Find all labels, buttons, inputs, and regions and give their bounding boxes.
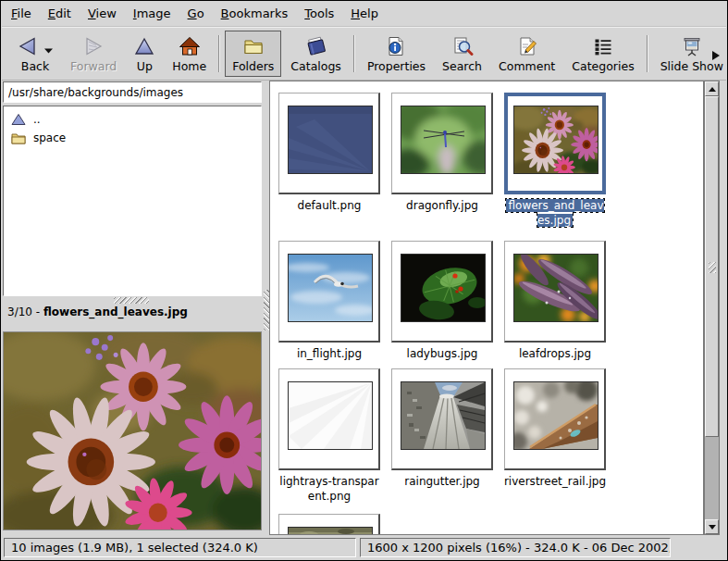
thumbnail-image[interactable] (288, 527, 373, 535)
thumbnail-label: lightrays-transparent.png (278, 474, 381, 504)
preview-counter: 3/10 - (7, 305, 40, 318)
up-label: Up (137, 59, 153, 73)
folder-item-parent[interactable]: .. (6, 110, 259, 129)
gthumb-window: { "colors": { "window_bg": "#d6d6d6", "s… (0, 0, 728, 561)
properties-button[interactable]: Properties (360, 31, 433, 77)
overflow-arrow-icon[interactable] (711, 50, 721, 61)
scroll-down-icon (709, 525, 716, 530)
toolbar-separator (353, 35, 355, 72)
folders-button[interactable]: Folders (225, 31, 281, 77)
back-button[interactable]: Back (9, 31, 61, 77)
scrollbar-thumb-grip (709, 262, 716, 273)
thumbnail-label: leafdrops.jpg (503, 346, 607, 361)
catalogs-label: Catalogs (290, 59, 341, 73)
statusbar: 10 images (1.9 MB), 1 selected (324.0 K)… (2, 536, 726, 561)
forward-button: Forward (63, 31, 124, 77)
preview-status: 3/10 - flowers_and_leaves.jpg (7, 305, 257, 322)
thumbnail-label: dragonfly.jpg (390, 198, 494, 213)
menu-tools[interactable]: Tools (299, 3, 339, 24)
thumbnail-image[interactable] (513, 381, 598, 450)
menu-file[interactable]: File (6, 3, 37, 24)
preview-image[interactable] (3, 331, 262, 530)
folder-item-label: .. (33, 113, 41, 126)
toolbar-separator (218, 35, 220, 72)
thumbnail-image[interactable] (288, 254, 373, 322)
folders-icon (242, 35, 265, 57)
menubar: File Edit View Image Go Bookmarks Tools … (2, 1, 726, 27)
statusbar-file-summary: 10 images (1.9 MB), 1 selected (324.0 K) (4, 538, 356, 557)
thumbnail-card[interactable] (278, 93, 380, 194)
menu-help[interactable]: Help (345, 3, 384, 24)
dropdown-arrow-icon[interactable] (44, 44, 54, 49)
scroll-up-button[interactable] (705, 81, 719, 96)
thumbnail-label: flowers_and_leaves.jpg (503, 198, 607, 228)
search-icon (451, 35, 474, 57)
thumbnail-card[interactable] (391, 368, 493, 470)
toolbar-separator (647, 35, 648, 72)
forward-icon (82, 35, 105, 57)
thumbnail-browser: default.png dragonfly.jpg flowers_and_le… (269, 81, 704, 535)
up-icon (133, 35, 155, 57)
location-input[interactable] (3, 81, 262, 103)
folder-item-label: space (33, 131, 66, 144)
vertical-scrollbar[interactable] (704, 81, 720, 535)
thumbnail-image[interactable] (513, 254, 598, 322)
up-button[interactable]: Up (126, 31, 163, 77)
thumbnail-card[interactable] (504, 93, 606, 194)
comment-button[interactable]: Comment (491, 31, 562, 77)
scroll-up-icon (709, 87, 716, 92)
comment-icon (516, 35, 538, 57)
menu-go[interactable]: Go (182, 3, 210, 24)
thumbnail-label: default.png (278, 198, 381, 213)
folder-item-space[interactable]: space (6, 129, 259, 147)
thumbnail-card[interactable] (504, 241, 606, 343)
back-icon (17, 35, 39, 57)
thumbnail-card[interactable] (278, 241, 380, 343)
forward-label: Forward (70, 59, 117, 73)
menu-edit[interactable]: Edit (43, 3, 77, 24)
thumbnail-image[interactable] (401, 106, 486, 174)
properties-label: Properties (367, 59, 426, 73)
search-button[interactable]: Search (435, 31, 489, 77)
folder-list: .. space (3, 106, 262, 296)
categories-icon (592, 35, 614, 57)
thumbnail-label: ladybugs.jpg (390, 346, 494, 361)
scrollbar-thumb[interactable] (705, 96, 719, 437)
thumbnail-card[interactable] (391, 93, 493, 194)
thumbnail-image[interactable] (401, 254, 486, 322)
menu-image[interactable]: Image (128, 3, 177, 24)
catalogs-icon (305, 35, 327, 57)
catalogs-button[interactable]: Catalogs (283, 31, 349, 77)
folder-icon (11, 131, 26, 144)
menu-view[interactable]: View (82, 3, 122, 24)
statusbar-image-info: 1600 x 1200 pixels (16%) - 324.0 K - 06 … (360, 538, 671, 557)
thumbnail-card[interactable] (278, 514, 380, 535)
home-label: Home (172, 59, 206, 73)
categories-label: Categories (572, 59, 634, 73)
thumbnail-image[interactable] (401, 381, 486, 450)
thumbnail-label: raingutter.jpg (390, 474, 494, 489)
slideshow-icon (681, 35, 703, 57)
home-button[interactable]: Home (165, 31, 214, 77)
thumbnail-label: in_flight.jpg (278, 346, 381, 361)
thumbnail-label: riverstreet_rail.jpg (503, 474, 607, 489)
preview-filename: flowers_and_leaves.jpg (43, 305, 188, 318)
toolbar: Back Forward Up Home Folders Catalogs Pr… (2, 27, 726, 81)
thumbnail-image[interactable] (288, 106, 373, 174)
thumbnail-card[interactable] (391, 241, 493, 343)
categories-button[interactable]: Categories (564, 31, 641, 77)
thumbnail-image[interactable] (513, 106, 598, 174)
updir-icon (11, 113, 26, 126)
folders-label: Folders (232, 59, 274, 73)
scroll-down-button[interactable] (705, 519, 719, 534)
comment-label: Comment (499, 59, 555, 73)
back-label: Back (21, 59, 49, 73)
horizontal-splitter-handle[interactable] (114, 297, 149, 304)
thumbnail-card[interactable] (504, 368, 606, 470)
search-label: Search (442, 59, 482, 73)
thumbnail-card[interactable] (278, 368, 380, 470)
home-icon (179, 35, 201, 57)
menu-bookmarks[interactable]: Bookmarks (216, 3, 294, 24)
thumbnail-image[interactable] (288, 381, 373, 450)
properties-icon (385, 35, 407, 57)
